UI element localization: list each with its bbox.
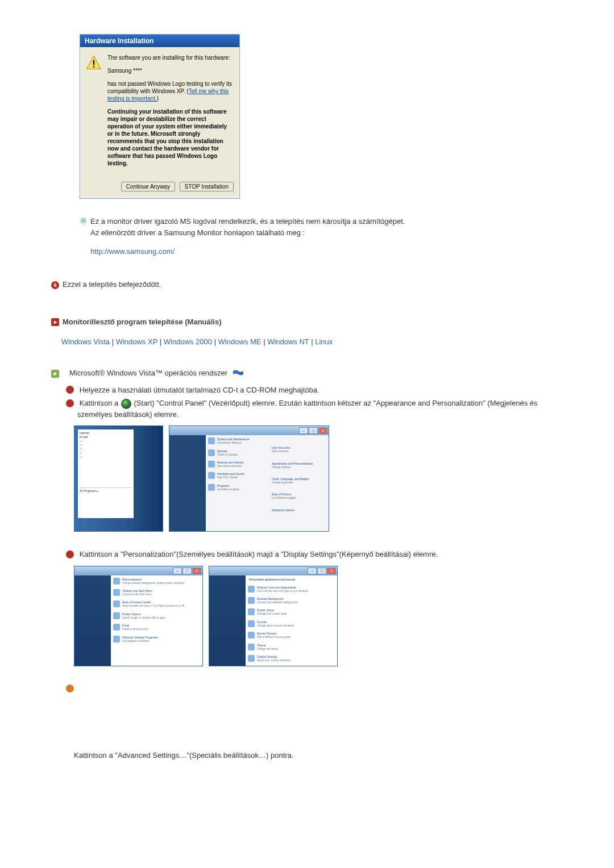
personalization-screenshot: – □ × Personalize appearance and sounds … (209, 566, 338, 666)
close-icon: × (327, 567, 336, 574)
vista-step-3: Kattintson a "Personalization"(Személyes… (80, 550, 438, 558)
vista-step-4-text: Kattintson a "Advanced Settings…"(Speciá… (74, 751, 563, 760)
step-number-1: 1 (66, 386, 74, 394)
step-number-3: 3 (66, 550, 74, 558)
note-mark-icon: ※ (80, 216, 87, 227)
windows-flag-icon (233, 369, 243, 378)
vista-step-2a: Kattintson a (80, 399, 121, 407)
vista-step-2b: (Start) "Control Panel" (Vezérlőpult) el… (77, 399, 538, 419)
start-orb-icon (121, 399, 131, 409)
svg-rect-1 (93, 60, 95, 65)
svg-rect-2 (93, 66, 95, 68)
minimize-icon: – (173, 567, 182, 574)
control-panel-screenshot: – □ × System and MaintenanceGet started … (169, 425, 329, 532)
step-number-2: 2 (66, 399, 74, 407)
dialog-device: Samsung **** (107, 67, 234, 74)
section-title: Monitorillesztő program telepítése (Manu… (63, 318, 222, 326)
os-link-row: Windows Vista | Windows XP | Windows 200… (61, 337, 563, 346)
link-windows-2000[interactable]: Windows 2000 (164, 337, 212, 346)
warning-icon (86, 55, 102, 71)
dialog-title: Hardware Installation (80, 35, 239, 47)
maximize-icon: □ (317, 567, 326, 574)
step-number-6: 6 (51, 281, 59, 289)
link-windows-xp[interactable]: Windows XP (116, 337, 157, 346)
maximize-icon: □ (309, 427, 318, 434)
start-menu-screenshot: InternetE-mail————— All Programs ▸ (74, 425, 163, 532)
dialog-line-1: The software you are installing for this… (107, 54, 234, 61)
appearance-personalization-screenshot: – □ × PersonalizationChange desktop back… (74, 566, 203, 666)
vista-step-1: Helyezze a használati útmutatót tartalma… (80, 386, 320, 394)
dialog-warning-paragraph: Continuing your installation of this sof… (107, 108, 234, 167)
step-number-4: 4 (66, 685, 74, 692)
hardware-installation-dialog: Hardware Installation The software you a… (80, 34, 240, 199)
note-line-2: Az ellenörzött driver a Samsung Monitor … (90, 227, 488, 239)
link-windows-me[interactable]: Windows ME (218, 337, 262, 346)
link-linux[interactable]: Linux (315, 337, 333, 346)
link-windows-vista[interactable]: Windows Vista (61, 337, 110, 346)
step-6-text: Ezzel a telepítés befejeződött. (63, 280, 161, 289)
close-icon: × (318, 427, 327, 434)
continue-anyway-button[interactable]: Continue Anyway (121, 182, 175, 191)
samsung-url-link[interactable]: http://www.samsung.com/ (90, 247, 175, 256)
link-windows-nt[interactable]: Windows NT (267, 337, 309, 346)
maximize-icon: □ (182, 567, 192, 574)
close-icon: × (192, 567, 201, 574)
minimize-icon: – (308, 567, 317, 574)
section-bullet-icon: ▸ (51, 318, 59, 326)
stop-installation-button[interactable]: STOP Installation (180, 182, 234, 191)
play-arrow-icon (51, 370, 59, 378)
minimize-icon: – (299, 427, 308, 434)
vista-os-title: Microsoft® Windows Vista™ operációs rend… (69, 369, 227, 377)
dialog-logo-line: has not passed Windows Logo testing to v… (107, 80, 234, 102)
note-line-1: Ez a monitor driver igazoló MS logóval r… (90, 216, 488, 227)
